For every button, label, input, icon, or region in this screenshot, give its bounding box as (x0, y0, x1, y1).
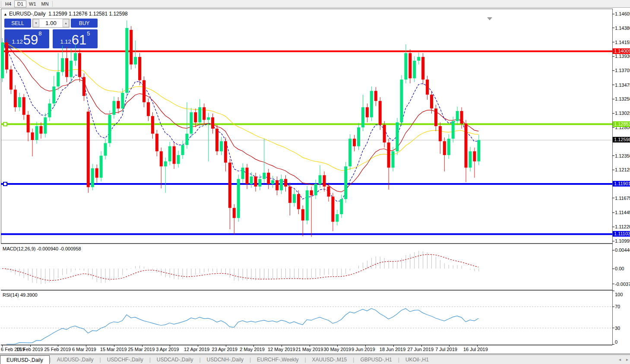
axis-tickmark (612, 344, 614, 345)
sell-price-big: 59 (23, 34, 38, 47)
price-tick: 1.13250 (615, 96, 630, 101)
price-tick: 1.12350 (615, 153, 630, 158)
axis-tickmark (612, 198, 614, 198)
price-tick: 1.12125 (615, 167, 630, 172)
date-label: 25 Mar 2019 (128, 347, 155, 352)
timeframe-button-mn[interactable]: MN (39, 0, 51, 7)
axis-tickmark (612, 70, 614, 71)
buy-price-big: 61 (72, 34, 86, 47)
buy-button[interactable]: BUY (71, 19, 98, 28)
price-tick: 1.13930 (615, 54, 630, 59)
axis-tickmark (612, 170, 614, 170)
price-tick: 1.13705 (615, 68, 630, 73)
rsi-axis-label: 0 (615, 339, 617, 345)
tab-eurusd-daily[interactable]: EURUSD-,Daily (0, 355, 50, 364)
price-tick: 1.14605 (615, 11, 630, 16)
price-badge-1.14009: 1.14009 (613, 48, 630, 54)
axis-tickmark (612, 155, 614, 156)
macd-axis-label: 0.004465 (615, 247, 630, 253)
date-label: 27 Jun 2019 (408, 347, 434, 352)
axis-tickmark (612, 284, 614, 284)
axis-tickmark (612, 328, 614, 328)
volume-increase-icon[interactable]: ▴ (63, 19, 69, 27)
buy-price-display[interactable]: 1.12 61 5 (53, 29, 98, 48)
tab-gbpusd-h1[interactable]: GBPUSD-,H1 (354, 355, 398, 364)
timeframe-button-w1[interactable]: W1 (26, 0, 39, 7)
date-label: 3 Apr 2019 (156, 347, 179, 352)
tab-xauusd-m15[interactable]: XAUUSD-,M15 (306, 355, 353, 364)
panel-divider (1, 9, 612, 9)
price-tick: 1.10995 (615, 238, 630, 244)
panel-divider (0, 354, 630, 354)
buy-price-sup: 5 (87, 30, 90, 37)
tab-usdcad-daily[interactable]: USDCAD-,Daily (151, 355, 199, 364)
price-tick: 1.14155 (615, 40, 630, 45)
date-label: 16 Jul 2019 (463, 347, 488, 352)
price-tick: 1.11220 (615, 224, 630, 229)
panel-divider (612, 9, 613, 345)
axis-tickmark (612, 113, 614, 114)
axis-tickmark (612, 269, 614, 269)
price-tick: 1.14380 (615, 25, 630, 31)
panel-divider (1, 290, 612, 291)
date-label: 12 May 2019 (268, 347, 295, 352)
price-tick: 1.11675 (615, 196, 630, 201)
terminal-window: H4D1W1MN ▲EURUSD-,Daily 1.12599 1.12676 … (0, 0, 630, 364)
panel-divider (1, 345, 612, 345)
ohlc-values: 1.12599 1.12676 1.12581 1.12598 (48, 11, 128, 17)
timeframe-button-d1[interactable]: D1 (14, 0, 26, 7)
price-badge-1.11901: 1.11901 (613, 181, 630, 187)
axis-tickmark (612, 28, 614, 28)
date-label: 2 May 2019 (240, 347, 264, 352)
rsi-label: RSI(14) 49.3900 (3, 292, 38, 298)
volume-decrease-icon[interactable]: ▾ (33, 19, 39, 27)
axis-tickmark (612, 99, 614, 99)
timeframe-button-h4[interactable]: H4 (2, 0, 14, 7)
rsi-axis-label: 30 (615, 326, 620, 331)
axis-tickmark (612, 85, 614, 85)
collapse-panel-icon[interactable]: ▲ (3, 12, 7, 16)
tab-usdchf-daily[interactable]: USDCHF-,Daily (101, 355, 149, 364)
tab-audusd-daily[interactable]: AUDUSD-,Daily (51, 355, 100, 364)
tab-eurchf-weekly[interactable]: EURCHF-,Weekly (251, 355, 304, 364)
rsi-axis-label: 100 (615, 292, 623, 297)
date-label: 15 Feb 2019 (16, 347, 43, 352)
axis-tickmark (612, 42, 614, 42)
macd-axis-label: -0.003715 (615, 282, 630, 287)
date-label: 6 Mar 2019 (72, 347, 96, 352)
volume-spinner: ▾ 1.00 ▴ (32, 19, 70, 28)
chart-shift-marker-icon[interactable] (487, 17, 492, 20)
date-label: 25 Feb 2019 (44, 347, 71, 352)
date-label: 18 Jun 2019 (380, 347, 406, 352)
axis-tickmark (612, 250, 614, 250)
price-badge-1.11103: 1.11103 (613, 231, 630, 237)
sell-price-display[interactable]: 1.12 59 8 (4, 29, 49, 48)
one-click-trading-panel: SELL ▾ 1.00 ▴ BUY 1.12 59 8 1.12 61 5 (4, 19, 98, 51)
price-badge-1.12598: 1.12598 (613, 137, 630, 142)
tab-scroll-right-icon[interactable]: ▸ (626, 357, 628, 362)
date-label: 23 Apr 2019 (212, 347, 237, 352)
axis-tickmark (612, 241, 614, 241)
tab-usdcnh-daily[interactable]: USDCNH-,Daily (201, 355, 250, 364)
toolbar-grip (1, 1, 1, 7)
volume-input[interactable]: 1.00 (39, 20, 63, 26)
chart-title: ▲EURUSD-,Daily 1.12599 1.12676 1.12581 1… (3, 11, 128, 17)
axis-tickmark (612, 14, 614, 14)
axis-tickmark (612, 127, 614, 128)
date-label: 21 May 2019 (296, 347, 323, 352)
tab-scrollbar: ◂ ▸ (619, 357, 628, 362)
axis-tickmark (612, 227, 614, 227)
timeframe-toolbar: H4D1W1MN (0, 0, 630, 8)
price-tick: 1.11445 (615, 210, 630, 215)
panel-divider (1, 9, 1, 243)
symbol-name: EURUSD-,Daily (9, 11, 46, 17)
sell-button[interactable]: SELL (4, 19, 31, 28)
date-label: 30 May 2019 (323, 347, 351, 352)
date-label: 15 Mar 2019 (100, 347, 127, 352)
date-label: 12 Apr 2019 (184, 347, 209, 352)
date-label: 7 Jul 2019 (435, 347, 457, 352)
axis-tickmark (612, 307, 614, 307)
rsi-axis-label: 70 (615, 304, 620, 309)
tab-ukoil-h1[interactable]: UKOil-,H1 (399, 355, 435, 364)
tab-scroll-left-icon[interactable]: ◂ (619, 357, 621, 362)
